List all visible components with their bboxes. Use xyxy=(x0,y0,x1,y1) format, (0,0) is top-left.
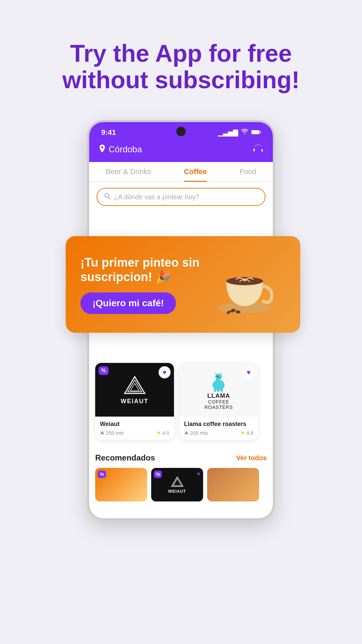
hero-title-line2: without subscribing! xyxy=(62,66,300,93)
promo-banner: ¡Tu primer pinteo sin suscripcion! 🎉 ¡Qu… xyxy=(66,236,300,333)
signal-icon: ▁▃▅▇ xyxy=(218,128,238,137)
battery-icon xyxy=(251,129,261,137)
svg-marker-14 xyxy=(100,431,104,435)
llama-favorite-button[interactable]: ♥ xyxy=(243,366,255,378)
search-box[interactable]: ¿A dónde vas a pintear hoy? xyxy=(97,188,265,206)
camera-notch xyxy=(176,127,186,136)
coffee-cup-illustration xyxy=(208,251,282,318)
weiaut-logo: WEIAUT xyxy=(121,375,148,405)
banner-content: ¡Tu primer pinteo sin suscripcion! 🎉 ¡Qu… xyxy=(80,255,208,314)
svg-marker-24 xyxy=(171,477,183,487)
banner-cta-button[interactable]: ¡Quiero mi café! xyxy=(80,292,176,314)
svg-marker-25 xyxy=(173,479,181,486)
llama-star-icon: ★ xyxy=(241,430,245,436)
llama-store-name: Llama coffee roasters xyxy=(184,421,253,428)
weiaut-store-name: Weiaut xyxy=(100,421,169,428)
search-container: ¿A dónde vas a pintear hoy? xyxy=(89,182,273,212)
banner-title: ¡Tu primer pinteo sin suscripcion! 🎉 xyxy=(80,255,208,284)
location-pin-icon xyxy=(99,144,106,155)
weiaut-card-meta: 250 mts ★ 4.0 xyxy=(100,430,169,436)
rec-card-1[interactable]: % xyxy=(95,468,147,501)
rec-card-1-discount: % xyxy=(98,471,106,478)
svg-marker-12 xyxy=(128,380,142,392)
recomendados-section: Recomendados Ver todos % % ♥ WEIAUT xyxy=(89,446,273,505)
weiaut-rating: ★ 4.0 xyxy=(157,430,169,436)
tab-food[interactable]: Food xyxy=(240,167,256,182)
phone-mockup: 9:41 ▁▃▅▇ xyxy=(87,120,275,520)
tab-beer-drinks[interactable]: Beer & Drinks xyxy=(106,167,151,182)
llama-distance: 200 mts xyxy=(184,430,208,436)
headphone-icon[interactable] xyxy=(253,144,263,155)
svg-rect-0 xyxy=(251,130,259,134)
status-time: 9:41 xyxy=(101,128,116,137)
rec-card-2[interactable]: % ♥ WEIAUT xyxy=(151,468,203,501)
weiaut-discount-badge: % xyxy=(99,366,109,375)
llama-card-info: Llama coffee roasters 200 mts ★ 4.8 xyxy=(179,417,258,440)
llama-roasters: ROASTERS xyxy=(204,405,233,410)
svg-rect-21 xyxy=(217,389,220,392)
svg-rect-22 xyxy=(221,389,223,392)
weiaut-brand-name: WEIAUT xyxy=(121,398,148,405)
weiaut-card-info: Weiaut 250 mts ★ 4.0 xyxy=(95,417,174,440)
page-wrapper: Try the App for free without subscribing… xyxy=(0,0,362,644)
banner-emoji: 🎉 xyxy=(156,270,171,284)
svg-marker-23 xyxy=(184,431,188,435)
hero-title: Try the App for free without subscribing… xyxy=(42,40,320,93)
rec-card-3[interactable] xyxy=(207,468,259,501)
llama-logo: LLAMA COFFEE ROASTERS xyxy=(204,370,233,410)
phone-header: 9:41 ▁▃▅▇ xyxy=(89,122,273,162)
banner-image xyxy=(208,251,288,318)
stores-row: % ♥ WEIAUT Weiaut xyxy=(95,363,267,440)
store-card-llama[interactable]: ♥ xyxy=(179,363,258,440)
recomendados-title: Recomendados xyxy=(95,453,155,463)
ver-todos-link[interactable]: Ver todos xyxy=(236,454,267,462)
weiaut-distance: 250 mts xyxy=(100,430,124,436)
recomendados-header: Recomendados Ver todos xyxy=(95,453,267,463)
location-name: Córdoba xyxy=(109,144,142,155)
location-left[interactable]: Córdoba xyxy=(99,144,142,155)
recomendados-row: % % ♥ WEIAUT xyxy=(95,468,267,501)
svg-rect-20 xyxy=(214,389,216,392)
hero-title-line1: Try the App for free xyxy=(70,40,292,67)
wifi-icon xyxy=(241,129,249,137)
rec-card-2-discount: % xyxy=(154,471,162,478)
svg-point-2 xyxy=(101,146,103,148)
store-card-weiaut[interactable]: % ♥ WEIAUT Weiaut xyxy=(95,363,174,440)
llama-card-meta: 200 mts ★ 4.8 xyxy=(184,430,253,436)
tab-coffee[interactable]: Coffee xyxy=(184,167,207,182)
svg-line-4 xyxy=(108,197,110,199)
svg-point-18 xyxy=(217,376,218,377)
search-icon xyxy=(104,193,111,201)
status-icons: ▁▃▅▇ xyxy=(218,128,261,137)
weiaut-star-icon: ★ xyxy=(157,430,161,436)
svg-point-19 xyxy=(218,376,221,379)
category-tabs: Beer & Drinks Coffee Food xyxy=(89,162,273,182)
llama-rating: ★ 4.8 xyxy=(241,430,253,436)
svg-point-7 xyxy=(243,278,246,281)
rec-card-2-heart[interactable]: ♥ xyxy=(197,471,200,478)
llama-sub-name: COFFEE xyxy=(204,399,233,405)
weiaut-card-image: % ♥ WEIAUT xyxy=(95,363,174,417)
location-bar: Córdoba xyxy=(89,140,273,162)
search-placeholder-text: ¿A dónde vas a pintear hoy? xyxy=(114,193,199,201)
stores-section: % ♥ WEIAUT Weiaut xyxy=(89,356,273,446)
banner-title-text: ¡Tu primer pinteo sin suscripcion! xyxy=(80,256,199,284)
llama-card-image: ♥ xyxy=(179,363,258,417)
llama-brand-name: LLAMA xyxy=(204,393,233,399)
svg-point-17 xyxy=(215,374,222,380)
weiaut-favorite-button[interactable]: ♥ xyxy=(159,366,171,378)
status-bar: 9:41 ▁▃▅▇ xyxy=(89,122,273,140)
svg-rect-1 xyxy=(260,131,261,133)
